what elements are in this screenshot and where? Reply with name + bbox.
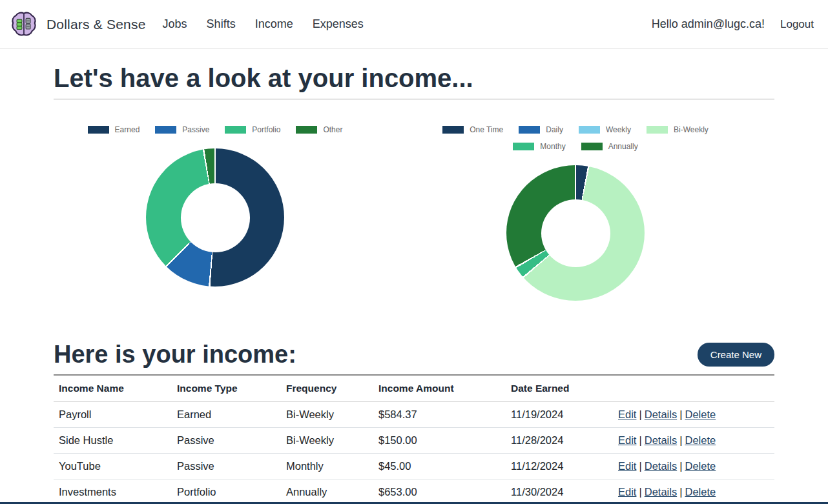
logout-link[interactable]: Logout — [780, 18, 814, 31]
legend-label: Portfolio — [252, 125, 280, 134]
column-header-actions — [613, 375, 774, 402]
income-frequency-legend: One TimeDailyWeeklyBi-WeeklyMonthyAnnual… — [424, 125, 727, 151]
legend-swatch-icon — [88, 126, 109, 134]
date-earned-cell: 11/30/2024 — [506, 479, 613, 504]
top-navbar: Dollars & Sense Jobs Shifts Income Expen… — [0, 0, 828, 49]
legend-swatch-icon — [442, 126, 464, 134]
action-separator: | — [639, 486, 641, 498]
date-earned-cell: 11/19/2024 — [506, 402, 613, 428]
legend-item[interactable]: Bi-Weekly — [647, 125, 709, 134]
income-type-cell: Portfolio — [172, 479, 281, 504]
delete-link[interactable]: Delete — [685, 434, 716, 446]
income-name-cell: Investments — [54, 479, 172, 504]
action-separator: | — [679, 460, 682, 472]
action-separator: | — [639, 434, 641, 446]
legend-swatch-icon — [519, 126, 540, 134]
income-amount-cell: $584.37 — [373, 402, 506, 428]
brand-home-link[interactable]: Dollars & Sense — [10, 11, 146, 38]
frequency-cell: Bi-Weekly — [281, 428, 373, 454]
income-name-cell: YouTube — [54, 454, 172, 479]
action-separator: | — [679, 486, 682, 498]
income-amount-cell: $45.00 — [373, 454, 506, 479]
income-name-cell: Payroll — [54, 402, 172, 428]
donut-hole — [541, 199, 610, 267]
details-link[interactable]: Details — [645, 460, 677, 472]
nav-item-shifts[interactable]: Shifts — [207, 17, 236, 31]
delete-link[interactable]: Delete — [685, 486, 716, 498]
edit-link[interactable]: Edit — [618, 408, 636, 420]
legend-label: Earned — [115, 125, 140, 134]
legend-swatch-icon — [513, 143, 534, 150]
legend-label: Annually — [608, 142, 638, 151]
legend-label: Passive — [182, 125, 209, 134]
legend-item[interactable]: Weekly — [579, 125, 631, 134]
income-section-header: Here is your income: Create New — [54, 341, 774, 368]
legend-item[interactable]: Portfolio — [225, 125, 280, 134]
table-row: YouTubePassiveMonthly$45.0011/12/2024Edi… — [54, 454, 774, 479]
create-new-button[interactable]: Create New — [698, 343, 774, 367]
legend-item[interactable]: Other — [296, 125, 342, 134]
legend-item[interactable]: Passive — [155, 125, 209, 134]
legend-label: Bi-Weekly — [674, 125, 709, 134]
action-separator: | — [639, 408, 641, 420]
nav-item-jobs[interactable]: Jobs — [163, 17, 187, 31]
legend-label: Daily — [546, 125, 563, 134]
frequency-cell: Monthly — [281, 454, 373, 479]
legend-label: One Time — [470, 125, 503, 134]
income-type-chart: EarnedPassivePortfolioOther — [54, 125, 377, 301]
legend-swatch-icon — [581, 143, 603, 150]
income-frequency-donut[interactable] — [506, 165, 645, 301]
legend-item[interactable]: Earned — [88, 125, 140, 134]
details-link[interactable]: Details — [645, 486, 677, 498]
legend-label: Other — [323, 125, 342, 134]
action-separator: | — [679, 408, 682, 420]
table-row: PayrollEarnedBi-Weekly$584.3711/19/2024E… — [54, 402, 774, 428]
edit-link[interactable]: Edit — [618, 486, 636, 498]
legend-item[interactable]: Monthy — [513, 142, 565, 151]
action-separator: | — [679, 434, 682, 446]
frequency-cell: Annually — [281, 479, 373, 504]
delete-link[interactable]: Delete — [685, 460, 716, 472]
details-link[interactable]: Details — [645, 434, 677, 446]
delete-link[interactable]: Delete — [685, 408, 716, 420]
edit-link[interactable]: Edit — [618, 460, 636, 472]
income-amount-cell: $653.00 — [373, 479, 506, 504]
main-content: Let's have a look at your income... Earn… — [0, 64, 828, 504]
income-type-donut[interactable] — [146, 148, 284, 287]
legend-item[interactable]: Annually — [581, 142, 638, 151]
column-header: Frequency — [281, 375, 373, 402]
nav-right: Hello admin@lugc.ca! Logout — [652, 17, 814, 31]
donut-hole — [181, 183, 250, 252]
income-type-cell: Passive — [172, 428, 281, 454]
column-header: Income Type — [172, 375, 281, 402]
income-amount-cell: $150.00 — [373, 428, 506, 454]
legend-item[interactable]: One Time — [442, 125, 503, 134]
legend-swatch-icon — [647, 126, 668, 134]
legend-swatch-icon — [225, 126, 246, 134]
charts-row: EarnedPassivePortfolioOther One TimeDail… — [54, 125, 774, 301]
income-type-legend: EarnedPassivePortfolioOther — [88, 125, 343, 134]
income-type-cell: Passive — [172, 454, 281, 479]
main-nav: Jobs Shifts Income Expenses — [163, 17, 364, 31]
income-section-title: Here is your income: — [54, 341, 296, 368]
income-frequency-chart: One TimeDailyWeeklyBi-WeeklyMonthyAnnual… — [414, 125, 737, 301]
legend-label: Weekly — [606, 125, 631, 134]
actions-cell: Edit|Details|Delete — [613, 479, 774, 504]
page-title: Let's have a look at your income... — [54, 64, 774, 93]
nav-item-expenses[interactable]: Expenses — [313, 17, 364, 31]
legend-label: Monthy — [540, 142, 565, 151]
income-table-body: PayrollEarnedBi-Weekly$584.3711/19/2024E… — [54, 402, 774, 504]
edit-link[interactable]: Edit — [618, 434, 636, 446]
income-table-head: Income NameIncome TypeFrequencyIncome Am… — [54, 375, 774, 402]
nav-item-income[interactable]: Income — [255, 17, 293, 31]
account-greeting-link[interactable]: Hello admin@lugc.ca! — [652, 17, 765, 31]
details-link[interactable]: Details — [645, 408, 677, 420]
table-row: InvestmentsPortfolioAnnually$653.0011/30… — [54, 479, 774, 504]
legend-item[interactable]: Daily — [519, 125, 563, 134]
legend-swatch-icon — [155, 126, 176, 134]
actions-cell: Edit|Details|Delete — [613, 454, 774, 479]
table-row: Side HustlePassiveBi-Weekly$150.0011/28/… — [54, 428, 774, 454]
action-separator: | — [639, 460, 641, 472]
income-type-cell: Earned — [172, 402, 281, 428]
brand-name: Dollars & Sense — [47, 17, 146, 32]
